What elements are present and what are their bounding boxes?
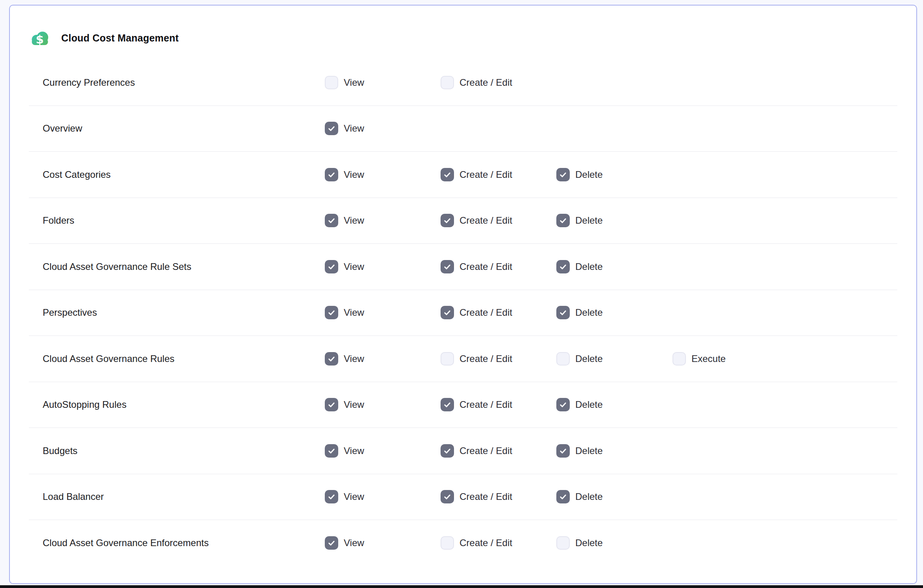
view-permission-cell: View xyxy=(325,444,441,458)
checkmark-icon xyxy=(327,216,336,225)
create-edit-checkbox-label: Create / Edit xyxy=(460,169,512,180)
svg-text:$: $ xyxy=(36,33,43,46)
cloud-dollar-icon: $ xyxy=(29,27,51,49)
view-permission-cell: View xyxy=(325,306,441,319)
permission-row: Cloud Asset Governance RulesViewCreate /… xyxy=(29,336,897,382)
delete-permission-cell: Delete xyxy=(556,444,672,458)
permission-row: BudgetsViewCreate / EditDelete xyxy=(29,428,897,474)
checkmark-icon xyxy=(443,170,452,179)
view-checkbox-label: View xyxy=(344,307,364,318)
delete-checkbox[interactable] xyxy=(556,490,570,503)
resource-label: Perspectives xyxy=(29,307,325,318)
checkmark-icon xyxy=(327,539,336,547)
permission-row: Load BalancerViewCreate / EditDelete xyxy=(29,474,897,520)
view-permission-cell: View xyxy=(325,168,441,181)
view-checkbox[interactable] xyxy=(325,444,338,458)
checkmark-icon xyxy=(559,170,567,179)
view-permission-cell: View xyxy=(325,352,441,366)
checkmark-icon xyxy=(443,262,452,271)
view-checkbox[interactable] xyxy=(325,306,338,319)
delete-checkbox-label: Delete xyxy=(575,215,603,226)
create-edit-checkbox-label: Create / Edit xyxy=(460,261,512,272)
delete-checkbox[interactable] xyxy=(556,306,570,319)
create-edit-checkbox-label: Create / Edit xyxy=(460,399,512,410)
create-edit-permission-cell: Create / Edit xyxy=(441,306,556,319)
create-edit-checkbox[interactable] xyxy=(441,398,454,411)
resource-label: Currency Preferences xyxy=(29,77,325,88)
create-edit-checkbox-label: Create / Edit xyxy=(460,77,512,88)
delete-checkbox-label: Delete xyxy=(575,399,603,410)
checkmark-icon xyxy=(327,354,336,363)
create-edit-permission-cell: Create / Edit xyxy=(441,444,556,458)
checkmark-icon xyxy=(443,492,452,501)
create-edit-checkbox-label: Create / Edit xyxy=(460,215,512,226)
resource-label: Cloud Asset Governance Rule Sets xyxy=(29,261,325,272)
delete-permission-cell: Delete xyxy=(556,536,672,550)
create-edit-permission-cell: Create / Edit xyxy=(441,214,556,227)
checkmark-icon xyxy=(443,400,452,409)
permission-row: FoldersViewCreate / EditDelete xyxy=(29,198,897,244)
delete-checkbox[interactable] xyxy=(556,260,570,273)
checkmark-icon xyxy=(327,447,336,455)
view-checkbox[interactable] xyxy=(325,76,338,89)
create-edit-checkbox-label: Create / Edit xyxy=(460,537,512,548)
checkmark-icon xyxy=(443,216,452,225)
module-header: $ Cloud Cost Management xyxy=(29,27,897,49)
delete-checkbox[interactable] xyxy=(556,168,570,181)
create-edit-checkbox[interactable] xyxy=(441,490,454,503)
create-edit-checkbox[interactable] xyxy=(441,76,454,89)
delete-checkbox[interactable] xyxy=(556,214,570,227)
delete-checkbox-label: Delete xyxy=(575,307,603,318)
view-checkbox[interactable] xyxy=(325,536,338,550)
create-edit-permission-cell: Create / Edit xyxy=(441,398,556,411)
create-edit-checkbox[interactable] xyxy=(441,536,454,550)
delete-permission-cell: Delete xyxy=(556,306,672,319)
view-checkbox-label: View xyxy=(344,123,364,134)
module-title: Cloud Cost Management xyxy=(61,32,179,44)
delete-permission-cell: Delete xyxy=(556,168,672,181)
view-checkbox[interactable] xyxy=(325,168,338,181)
checkmark-icon xyxy=(559,447,567,455)
permissions-panel: $ Cloud Cost Management Currency Prefere… xyxy=(9,5,917,584)
view-checkbox[interactable] xyxy=(325,490,338,503)
checkmark-icon xyxy=(559,216,567,225)
create-edit-checkbox[interactable] xyxy=(441,214,454,227)
create-edit-checkbox[interactable] xyxy=(441,352,454,366)
permission-row: PerspectivesViewCreate / EditDelete xyxy=(29,290,897,336)
view-checkbox-label: View xyxy=(344,537,364,548)
view-permission-cell: View xyxy=(325,398,441,411)
view-checkbox[interactable] xyxy=(325,122,338,135)
view-checkbox[interactable] xyxy=(325,260,338,273)
permission-row: Cloud Asset Governance EnforcementsViewC… xyxy=(29,520,897,566)
delete-checkbox[interactable] xyxy=(556,444,570,458)
create-edit-checkbox-label: Create / Edit xyxy=(460,445,512,456)
delete-checkbox[interactable] xyxy=(556,536,570,550)
execute-checkbox[interactable] xyxy=(672,352,686,366)
view-checkbox[interactable] xyxy=(325,352,338,366)
view-checkbox-label: View xyxy=(344,491,364,502)
create-edit-checkbox[interactable] xyxy=(441,260,454,273)
create-edit-checkbox[interactable] xyxy=(441,444,454,458)
create-edit-checkbox[interactable] xyxy=(441,168,454,181)
delete-checkbox[interactable] xyxy=(556,398,570,411)
view-permission-cell: View xyxy=(325,536,441,550)
view-checkbox-label: View xyxy=(344,77,364,88)
delete-checkbox[interactable] xyxy=(556,352,570,366)
bottom-edge-bar xyxy=(0,585,923,588)
resource-label: AutoStopping Rules xyxy=(29,399,325,410)
checkmark-icon xyxy=(559,492,567,501)
delete-checkbox-label: Delete xyxy=(575,353,603,364)
view-checkbox-label: View xyxy=(344,353,364,364)
checkmark-icon xyxy=(443,447,452,455)
view-checkbox[interactable] xyxy=(325,398,338,411)
view-checkbox[interactable] xyxy=(325,214,338,227)
permission-row: Currency PreferencesViewCreate / Edit xyxy=(29,60,897,106)
checkmark-icon xyxy=(327,400,336,409)
view-checkbox-label: View xyxy=(344,215,364,226)
create-edit-permission-cell: Create / Edit xyxy=(441,352,556,366)
delete-checkbox-label: Delete xyxy=(575,169,603,180)
create-edit-permission-cell: Create / Edit xyxy=(441,490,556,503)
create-edit-checkbox[interactable] xyxy=(441,306,454,319)
checkmark-icon xyxy=(327,308,336,317)
checkmark-icon xyxy=(559,308,567,317)
